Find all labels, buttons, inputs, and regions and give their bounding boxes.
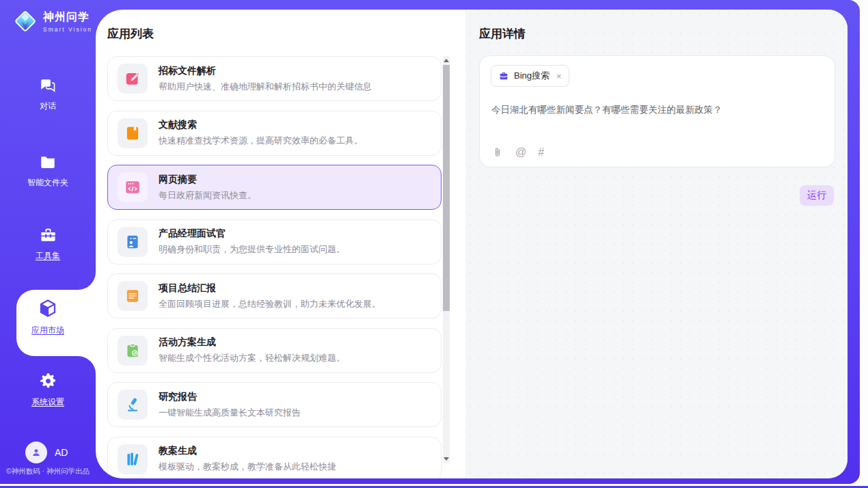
- app-icon-tile: [118, 281, 148, 311]
- app-card-bid-parse[interactable]: 招标文件解析 帮助用户快速、准确地理解和解析招标书中的关键信息: [107, 56, 442, 101]
- app-desc: 智能生成个性化活动方案，轻松解决规划难题。: [159, 352, 345, 364]
- app-card-project-summary[interactable]: 项目总结汇报 全面回顾项目进展，总结经验教训，助力未来优化发展。: [107, 273, 442, 318]
- report-note-icon: [124, 287, 141, 305]
- app-icon-tile: [118, 390, 148, 420]
- app-icon-tile: [118, 118, 148, 148]
- app-card-web-summary[interactable]: 网页摘要 每日政府新闻资讯快查。: [107, 165, 442, 210]
- app-title: 产品经理面试官: [159, 228, 345, 240]
- app-desc: 快速精准查找学术资源，提高研究效率的必备工具。: [159, 135, 363, 147]
- sidebar-item-chat[interactable]: 对话: [0, 77, 96, 112]
- app-icon-tile: [118, 444, 148, 474]
- app-desc: 一键智能生成高质量长文本研究报告: [159, 407, 301, 419]
- sidebar-item-label: 智能文件夹: [0, 177, 96, 189]
- sidebar-item-label: 系统设置: [0, 396, 96, 408]
- microscope-icon: [124, 396, 141, 414]
- list-scrollbar[interactable]: [443, 56, 450, 463]
- bubble-top-curve: [78, 272, 96, 290]
- app-detail-panel: 应用详情 Bing搜索 × 今日湖北有哪些新闻要点？有哪些需要关注的最新政策？: [465, 10, 847, 478]
- app-icon-tile: [118, 336, 148, 366]
- app-icon-tile: [118, 172, 148, 202]
- app-desc: 模板驱动，教案秒成，教学准备从此轻松快捷: [159, 461, 336, 473]
- app-title: 项目总结汇报: [159, 282, 381, 295]
- app-desc: 全面回顾项目进展，总结经验教训，助力未来优化发展。: [159, 298, 381, 310]
- app-card-research-report[interactable]: 研究报告 一键智能生成高质量长文本研究报告: [107, 382, 442, 427]
- person-icon: [30, 446, 42, 459]
- app-list: 招标文件解析 帮助用户快速、准确地理解和解析招标书中的关键信息 文献搜索 快速精…: [107, 56, 442, 478]
- scrollbar-thumb[interactable]: [443, 65, 450, 311]
- sidebar-item-app-market[interactable]: 应用市场: [0, 298, 96, 336]
- books-icon: [124, 450, 141, 468]
- hashtag-icon[interactable]: #: [538, 146, 544, 159]
- scrollbar-down-arrow-icon[interactable]: [444, 457, 449, 461]
- avatar: [25, 442, 47, 463]
- sidebar-item-settings[interactable]: 系统设置: [0, 372, 96, 408]
- brand-name: 神州问学: [43, 10, 92, 25]
- run-button[interactable]: 运行: [800, 185, 834, 206]
- app-icon-tile: [118, 64, 148, 94]
- brand-logo: 神州问学 Smart Vision: [12, 8, 92, 34]
- app-icon-tile: [118, 227, 148, 257]
- app-title: 教案生成: [159, 445, 336, 457]
- main-content: 应用列表 招标文件解析 帮助用户快速、准确地理解和解析招标书中的关键信息: [96, 10, 847, 478]
- app-title: 活动方案生成: [159, 336, 345, 349]
- tool-tag-label: Bing搜索: [514, 70, 550, 82]
- app-card-event-plan[interactable]: 活动方案生成 智能生成个性化活动方案，轻松解决规划难题。: [107, 328, 442, 373]
- clipboard-check-icon: [124, 342, 141, 360]
- app-title: 研究报告: [159, 391, 301, 403]
- app-detail-title: 应用详情: [479, 26, 526, 42]
- cube-icon: [38, 298, 58, 318]
- briefcase-icon: [498, 70, 509, 81]
- sidebar-item-toolset[interactable]: 工具集: [0, 226, 96, 262]
- app-card-lesson-plan[interactable]: 教案生成 模板驱动，教案秒成，教学准备从此轻松快捷: [107, 437, 442, 479]
- sidebar-item-label: 对话: [0, 100, 96, 112]
- app-window: 神州问学 Smart Vision 对话 智能文件夹: [0, 0, 868, 488]
- paperclip-icon[interactable]: [491, 146, 504, 159]
- book-icon: [124, 124, 141, 142]
- app-title: 文献搜索: [159, 119, 363, 131]
- mention-icon[interactable]: @: [515, 146, 526, 159]
- app-list-title: 应用列表: [107, 26, 154, 42]
- scrollbar-up-arrow-icon[interactable]: [444, 59, 449, 62]
- tool-tag-bing-search[interactable]: Bing搜索 ×: [491, 65, 569, 87]
- tag-close-icon[interactable]: ×: [556, 71, 562, 81]
- app-card-pm-interviewer[interactable]: 产品经理面试官 明确身份和职责，为您提供专业性的面试问题。: [107, 219, 442, 265]
- folder-icon: [39, 153, 57, 171]
- gear-icon: [39, 372, 57, 390]
- user-initials: AD: [55, 447, 68, 458]
- sidebar-footer-text: ©神州数码 · 神州问学出品: [0, 467, 96, 476]
- brand-subtitle: Smart Vision: [43, 26, 92, 33]
- document-edit-icon: [124, 70, 141, 87]
- app-title: 网页摘要: [159, 174, 256, 186]
- input-toolbar: @ #: [491, 146, 544, 159]
- app-title: 招标文件解析: [159, 65, 372, 77]
- user-account[interactable]: AD: [25, 442, 68, 463]
- sidebar-item-label: 应用市场: [0, 325, 96, 336]
- prompt-input-card[interactable]: Bing搜索 × 今日湖北有哪些新闻要点？有哪些需要关注的最新政策？ @ #: [479, 55, 835, 167]
- browser-code-icon: [124, 178, 141, 196]
- chat-icon: [39, 77, 57, 94]
- sidebar-item-label: 工具集: [0, 250, 96, 262]
- app-desc: 明确身份和职责，为您提供专业性的面试问题。: [159, 243, 345, 256]
- toolbox-icon: [39, 226, 57, 244]
- brand-diamond-icon: [12, 8, 38, 34]
- prompt-text[interactable]: 今日湖北有哪些新闻要点？有哪些需要关注的最新政策？: [491, 104, 824, 116]
- interviewer-icon: [124, 233, 141, 251]
- app-card-literature-search[interactable]: 文献搜索 快速精准查找学术资源，提高研究效率的必备工具。: [107, 111, 442, 156]
- sidebar: 神州问学 Smart Vision 对话 智能文件夹: [0, 0, 96, 484]
- app-desc: 每日政府新闻资讯快查。: [159, 189, 256, 202]
- sidebar-item-smart-folder[interactable]: 智能文件夹: [0, 153, 96, 189]
- app-desc: 帮助用户快速、准确地理解和解析招标书中的关键信息: [159, 81, 372, 93]
